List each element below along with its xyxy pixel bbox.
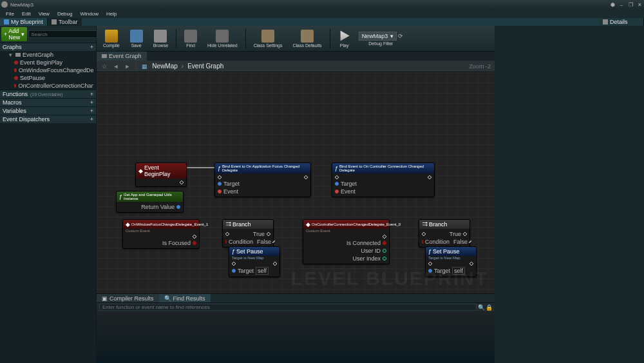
target-pin[interactable] bbox=[335, 182, 339, 186]
exec-out-pin[interactable] bbox=[304, 175, 308, 180]
condition-pin[interactable] bbox=[422, 240, 423, 244]
nav-fwd-button[interactable]: ► bbox=[124, 63, 131, 70]
node-focus-event[interactable]: ◆OnWindowFocusChangedDelegate_Event_1 Cu… bbox=[122, 219, 200, 249]
compile-button[interactable]: Compile bbox=[100, 29, 122, 48]
exec-in-pin[interactable] bbox=[218, 175, 222, 180]
menu-edit[interactable]: Edit bbox=[19, 11, 34, 17]
tab-my-blueprint[interactable]: My Blueprint bbox=[0, 18, 48, 26]
function-node-icon: ƒ bbox=[232, 248, 235, 255]
node-bind-focus[interactable]: ƒBind Event to On Application Focus Chan… bbox=[214, 162, 311, 197]
target-pin[interactable] bbox=[218, 182, 222, 186]
exec-true-pin[interactable] bbox=[463, 232, 468, 237]
node-bind-controller[interactable]: ƒBind Event to On Controller Connection … bbox=[332, 162, 435, 197]
tree-item[interactable]: OnWindowFocusChangedDelegate_Event_1 bbox=[0, 66, 96, 74]
graph-grid-icon[interactable]: ▦ bbox=[140, 63, 148, 70]
tree-item[interactable]: Event BeginPlay bbox=[0, 59, 96, 66]
node-get-utils[interactable]: ƒGet App and Gamepad Utils Instance Retu… bbox=[116, 191, 184, 213]
tree-item[interactable]: SetPause bbox=[0, 74, 96, 82]
nav-back-button[interactable]: ◄ bbox=[112, 63, 120, 70]
exec-in-pin[interactable] bbox=[428, 262, 433, 266]
favorite-icon[interactable]: ☆ bbox=[100, 63, 108, 70]
event-pin[interactable] bbox=[335, 190, 339, 193]
details-panel bbox=[495, 26, 644, 363]
breadcrumb-root[interactable]: NewMap bbox=[152, 63, 177, 70]
bool-out-pin[interactable] bbox=[193, 241, 196, 245]
menu-window[interactable]: Window bbox=[77, 11, 101, 17]
exec-in-pin[interactable] bbox=[232, 262, 236, 266]
add-new-button[interactable]: + Add New ▾ bbox=[1, 27, 27, 41]
event-pin[interactable] bbox=[218, 190, 222, 193]
tab-details-label: Details bbox=[610, 19, 628, 25]
find-input[interactable] bbox=[99, 304, 477, 311]
tree-item[interactable]: OnControllerConnectionChangedDelegate_Ev… bbox=[0, 82, 96, 90]
breadcrumb-leaf[interactable]: Event Graph bbox=[187, 63, 223, 70]
exec-in-pin[interactable] bbox=[335, 175, 339, 180]
search-icon[interactable]: 🔍 bbox=[478, 304, 484, 311]
close-button[interactable]: ✕ bbox=[636, 1, 643, 8]
hide-unrelated-button[interactable]: Hide Unrelated bbox=[205, 29, 240, 48]
menu-debug[interactable]: Debug bbox=[54, 11, 76, 17]
node-branch[interactable]: ⮆Branch True ConditionFalse bbox=[222, 219, 274, 248]
minimize-button[interactable]: – bbox=[618, 1, 625, 8]
section-macros[interactable]: Macros + bbox=[0, 98, 96, 106]
menu-help[interactable]: Help bbox=[103, 11, 120, 17]
exec-in-pin[interactable] bbox=[225, 232, 230, 237]
blueprint-search-input[interactable] bbox=[28, 30, 101, 38]
menubar: File Edit View Debug Window Help bbox=[0, 9, 644, 18]
exec-in-pin[interactable] bbox=[422, 232, 426, 237]
section-dispatchers[interactable]: Event Dispatchers + bbox=[0, 115, 96, 123]
section-graphs[interactable]: Graphs + bbox=[0, 43, 96, 51]
pin-label: Event bbox=[341, 188, 355, 195]
section-variables[interactable]: Variables + bbox=[0, 106, 96, 115]
play-icon bbox=[338, 30, 351, 43]
condition-pin[interactable] bbox=[225, 240, 227, 244]
section-functions[interactable]: Functions (19 Overridable) + bbox=[0, 90, 96, 98]
node-branch[interactable]: ⮆Branch True ConditionFalse bbox=[419, 219, 470, 248]
exec-out-pin[interactable] bbox=[193, 235, 197, 239]
menu-file[interactable]: File bbox=[3, 11, 17, 17]
int-out-pin[interactable] bbox=[383, 257, 386, 260]
add-variable-button[interactable]: + bbox=[90, 108, 93, 114]
browse-button[interactable]: Browse bbox=[151, 29, 171, 48]
node-title: Branch bbox=[429, 221, 448, 228]
exec-false-pin[interactable] bbox=[272, 240, 276, 244]
return-pin[interactable] bbox=[176, 205, 180, 209]
add-dispatcher-button[interactable]: + bbox=[90, 116, 93, 123]
add-macro-button[interactable]: + bbox=[90, 99, 93, 106]
tree-eventgraph[interactable]: ▾ EventGraph bbox=[0, 51, 96, 59]
find-lock-icon[interactable]: 🔒 bbox=[486, 304, 492, 311]
add-function-button[interactable]: + bbox=[90, 91, 93, 97]
tab-compiler-results[interactable]: ▣Compiler Results bbox=[97, 294, 159, 302]
wrench-icon bbox=[52, 19, 57, 25]
node-controller-event[interactable]: ◆OnControllerConnectionChangedDelegate_E… bbox=[303, 219, 390, 264]
class-defaults-button[interactable]: Class Defaults bbox=[290, 29, 324, 48]
tab-find-results[interactable]: 🔍Find Results bbox=[159, 294, 211, 302]
exec-out-pin[interactable] bbox=[428, 175, 432, 180]
pin-label: Target bbox=[341, 181, 357, 187]
play-button[interactable]: Play bbox=[336, 29, 354, 48]
int-out-pin[interactable] bbox=[383, 249, 386, 253]
graph-canvas[interactable]: ◆Event BeginPlay ƒBind Event to On Appli… bbox=[97, 72, 495, 293]
restore-button[interactable]: ❐ bbox=[627, 1, 634, 8]
exec-false-pin[interactable] bbox=[469, 240, 472, 244]
save-button[interactable]: Save bbox=[128, 29, 146, 48]
node-event-beginplay[interactable]: ◆Event BeginPlay bbox=[135, 162, 187, 187]
exec-true-pin[interactable] bbox=[267, 232, 271, 237]
notification-icon[interactable]: ⬢ bbox=[609, 1, 616, 8]
debug-next-icon[interactable]: ⟳ bbox=[398, 33, 403, 39]
exec-out-pin[interactable] bbox=[180, 181, 184, 185]
exec-out-pin[interactable] bbox=[469, 262, 474, 266]
bool-out-pin[interactable] bbox=[383, 241, 386, 245]
titlebar: NewMap3 ⬢ – ❐ ✕ bbox=[0, 0, 644, 9]
debug-object-dropdown[interactable]: NewMap3▾ bbox=[359, 32, 397, 41]
tab-event-graph[interactable]: Event Graph bbox=[97, 52, 147, 61]
exec-out-pin[interactable] bbox=[273, 262, 278, 266]
class-settings-button[interactable]: Class Settings bbox=[251, 29, 285, 48]
exec-out-pin[interactable] bbox=[383, 235, 387, 239]
node-set-pause[interactable]: ƒSet Pause Target is New Map Targetself bbox=[229, 246, 280, 277]
tab-details[interactable]: Details bbox=[599, 18, 644, 26]
menu-view[interactable]: View bbox=[35, 11, 53, 17]
target-pin[interactable] bbox=[232, 269, 236, 273]
add-graph-button[interactable]: + bbox=[90, 44, 93, 50]
find-button[interactable]: Find bbox=[182, 29, 200, 48]
